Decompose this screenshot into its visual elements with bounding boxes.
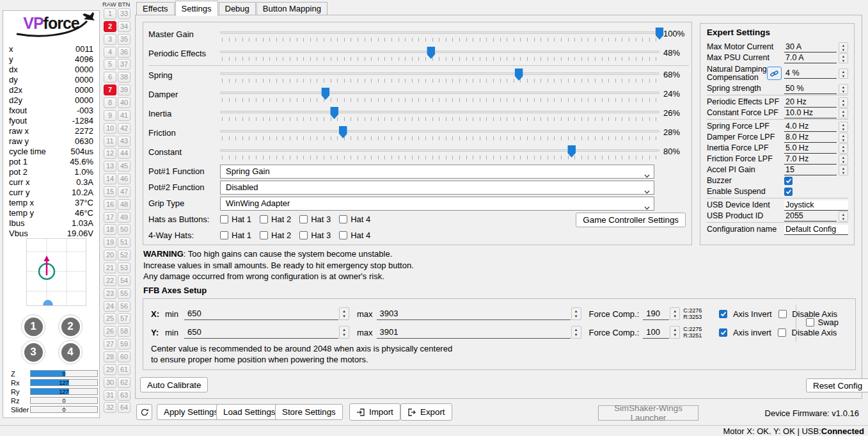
raw-button-39[interactable]: 39 bbox=[118, 85, 130, 95]
tab-button-mapping[interactable]: Button Mapping bbox=[256, 2, 327, 15]
tab-settings[interactable]: Settings bbox=[175, 1, 218, 16]
raw-button-12[interactable]: 12 bbox=[104, 148, 116, 159]
spinner-buttons[interactable]: ▴▾ bbox=[571, 307, 581, 320]
spin-down-icon[interactable]: ▾ bbox=[343, 314, 345, 319]
axis-invert-checkbox[interactable] bbox=[719, 310, 727, 318]
raw-button-14[interactable]: 14 bbox=[104, 174, 116, 184]
spinner-buttons[interactable]: ▴▾ bbox=[839, 154, 848, 165]
raw-button-53[interactable]: 53 bbox=[118, 262, 130, 273]
spin-up-icon[interactable]: ▴ bbox=[674, 327, 677, 332]
spin-up-icon[interactable]: ▴ bbox=[842, 85, 844, 89]
axis-invert-option[interactable]: Axis Invert bbox=[719, 309, 771, 319]
spin-up-icon[interactable]: ▴ bbox=[842, 43, 844, 47]
slider-track[interactable] bbox=[220, 88, 659, 106]
hat-checkbox[interactable] bbox=[299, 231, 308, 239]
tab-effects[interactable]: Effects bbox=[136, 2, 175, 15]
spinner-buttons[interactable]: ▴▾ bbox=[839, 165, 848, 175]
force-comp-value[interactable]: 190 bbox=[643, 307, 669, 320]
raw-button-28[interactable]: 28 bbox=[104, 351, 116, 362]
raw-button-45[interactable]: 45 bbox=[118, 161, 130, 172]
raw-button-37[interactable]: 37 bbox=[118, 59, 130, 70]
expert-spin-value[interactable]: 4.0 Hz bbox=[784, 122, 837, 132]
reset-config-button[interactable]: Reset Config bbox=[806, 378, 868, 392]
spin-up-icon[interactable]: ▴ bbox=[575, 327, 578, 332]
spin-down-icon[interactable]: ▾ bbox=[575, 332, 578, 337]
spin-down-icon[interactable]: ▾ bbox=[842, 216, 844, 221]
raw-button-5[interactable]: 5 bbox=[104, 59, 116, 70]
buzzer-checkbox[interactable] bbox=[784, 177, 793, 185]
raw-button-64[interactable]: 64 bbox=[118, 402, 130, 413]
force-comp-field[interactable]: 190▴▾ bbox=[643, 307, 680, 320]
axis-invert-option[interactable]: Axis invert bbox=[719, 328, 771, 337]
spin-up-icon[interactable]: ▴ bbox=[842, 98, 844, 102]
spin-up-icon[interactable]: ▴ bbox=[842, 109, 844, 113]
game-controller-settings-button[interactable]: Game Controller Settings bbox=[576, 213, 686, 227]
spinner-buttons[interactable]: ▴▾ bbox=[670, 307, 680, 320]
export-button[interactable]: Export bbox=[400, 403, 452, 421]
hat-checkbox[interactable] bbox=[260, 215, 268, 223]
raw-button-2[interactable]: 2 bbox=[104, 21, 116, 32]
expert-spin-value[interactable]: 50 % bbox=[784, 84, 837, 94]
raw-button-44[interactable]: 44 bbox=[118, 148, 130, 159]
raw-button-43[interactable]: 43 bbox=[118, 136, 130, 147]
raw-button-40[interactable]: 40 bbox=[118, 97, 130, 108]
raw-button-9[interactable]: 9 bbox=[104, 110, 116, 121]
link-toggle-button[interactable] bbox=[767, 67, 782, 80]
raw-button-4[interactable]: 4 bbox=[104, 47, 116, 58]
expert-spin-value[interactable]: 8.0 Hz bbox=[784, 133, 837, 143]
refresh-button[interactable] bbox=[136, 404, 152, 420]
raw-button-58[interactable]: 58 bbox=[118, 326, 130, 337]
axis-max-field[interactable]: 3903▴▾ bbox=[377, 307, 581, 320]
hat-checkbox-item[interactable]: Hat 4 bbox=[339, 214, 370, 224]
raw-button-34[interactable]: 34 bbox=[118, 21, 130, 32]
spinner-buttons[interactable]: ▴▾ bbox=[839, 133, 848, 143]
swap-option[interactable]: Swap bbox=[806, 318, 839, 327]
disable-axis-checkbox[interactable] bbox=[778, 310, 787, 318]
raw-button-50[interactable]: 50 bbox=[118, 224, 130, 235]
spin-down-icon[interactable]: ▾ bbox=[343, 332, 345, 337]
spin-down-icon[interactable]: ▾ bbox=[842, 102, 844, 107]
apply-settings-button[interactable]: Apply Settings bbox=[157, 404, 225, 420]
grip-type-dropdown[interactable]: WinWing Adapter bbox=[220, 197, 654, 211]
spin-up-icon[interactable]: ▴ bbox=[842, 122, 844, 127]
raw-button-33[interactable]: 33 bbox=[118, 8, 130, 19]
spin-up-icon[interactable]: ▴ bbox=[842, 166, 844, 170]
hat-checkbox[interactable] bbox=[299, 215, 308, 223]
hat-checkbox[interactable] bbox=[220, 231, 228, 239]
pot-2-function-dropdown[interactable]: Disabled bbox=[220, 181, 654, 195]
raw-button-15[interactable]: 15 bbox=[104, 186, 116, 197]
raw-button-61[interactable]: 61 bbox=[118, 364, 130, 375]
axis-min-field[interactable]: 650▴▾ bbox=[184, 326, 349, 339]
import-button[interactable]: Import bbox=[349, 403, 400, 421]
raw-button-23[interactable]: 23 bbox=[104, 288, 116, 299]
raw-button-41[interactable]: 41 bbox=[118, 110, 130, 121]
raw-button-48[interactable]: 48 bbox=[118, 199, 130, 210]
raw-button-47[interactable]: 47 bbox=[118, 186, 130, 197]
spinner-buttons[interactable]: ▴▾ bbox=[339, 307, 349, 320]
spinner-buttons[interactable]: ▴▾ bbox=[839, 84, 848, 94]
spin-down-icon[interactable]: ▾ bbox=[842, 127, 844, 131]
hat-checkbox-item[interactable]: Hat 3 bbox=[299, 230, 331, 240]
raw-button-29[interactable]: 29 bbox=[104, 364, 116, 375]
hat-checkbox-item[interactable]: Hat 3 bbox=[299, 214, 331, 224]
spinner-buttons[interactable]: ▴▾ bbox=[839, 211, 848, 222]
raw-button-60[interactable]: 60 bbox=[118, 351, 130, 362]
spinner-buttons[interactable]: ▴▾ bbox=[571, 326, 581, 339]
hat-checkbox-item[interactable]: Hat 2 bbox=[260, 214, 291, 224]
raw-button-51[interactable]: 51 bbox=[118, 237, 130, 248]
tab-debug[interactable]: Debug bbox=[219, 2, 256, 15]
raw-button-27[interactable]: 27 bbox=[104, 339, 116, 350]
raw-button-32[interactable]: 32 bbox=[104, 402, 116, 413]
raw-button-52[interactable]: 52 bbox=[118, 250, 130, 261]
axis-max-value[interactable]: 3901 bbox=[377, 326, 571, 339]
hat-checkbox-item[interactable]: Hat 1 bbox=[220, 230, 251, 240]
disable-axis-option[interactable]: Disable Axis bbox=[778, 328, 837, 337]
spinner-buttons[interactable]: ▴▾ bbox=[839, 122, 848, 132]
expert-text-input[interactable]: Joystick bbox=[784, 200, 848, 211]
spin-down-icon[interactable]: ▾ bbox=[842, 149, 844, 153]
expert-spin-value[interactable]: 7.0 Hz bbox=[784, 154, 837, 165]
spin-up-icon[interactable]: ▴ bbox=[674, 309, 677, 314]
expert-spin-value[interactable]: 20 Hz bbox=[784, 97, 837, 108]
expert-spin-value[interactable]: 2055 bbox=[784, 211, 837, 222]
axis-max-value[interactable]: 3903 bbox=[377, 307, 571, 320]
